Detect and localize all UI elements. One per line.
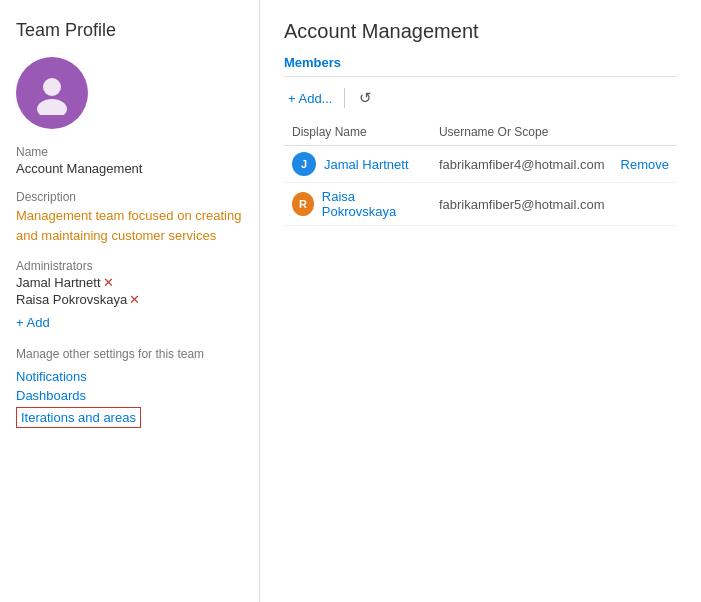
main-content: Account Management Members + Add... ↺ Di… — [260, 0, 701, 602]
member-action-1: Remove — [613, 146, 677, 183]
refresh-icon: ↺ — [359, 89, 372, 107]
toolbar-separator — [344, 88, 345, 108]
col-action — [613, 121, 677, 146]
table-row: J Jamal Hartnett fabrikamfiber4@hotmail.… — [284, 146, 677, 183]
admin-name-2: Raisa Pokrovskaya — [16, 292, 127, 307]
iterations-areas-link[interactable]: Iterations and areas — [16, 407, 141, 428]
remove-admin-2-icon[interactable]: ✕ — [129, 292, 140, 307]
member-name-1[interactable]: Jamal Hartnett — [324, 157, 409, 172]
remove-admin-1-icon[interactable]: ✕ — [103, 275, 114, 290]
member-display-cell-2: R Raisa Pokrovskaya — [284, 183, 431, 226]
dashboards-link[interactable]: Dashboards — [16, 388, 243, 403]
admin-name-1: Jamal Hartnett — [16, 275, 101, 290]
members-divider — [284, 76, 677, 77]
member-display-cell: J Jamal Hartnett — [284, 146, 431, 183]
member-action-2 — [613, 183, 677, 226]
table-row: R Raisa Pokrovskaya fabrikamfiber5@hotma… — [284, 183, 677, 226]
members-header: Members — [284, 55, 677, 70]
add-member-button[interactable]: + Add... — [284, 89, 336, 108]
manage-label: Manage other settings for this team — [16, 346, 243, 363]
sidebar-title: Team Profile — [16, 20, 243, 41]
members-table: Display Name Username Or Scope J Jamal H… — [284, 121, 677, 226]
admin-item: Jamal Hartnett ✕ — [16, 275, 243, 290]
member-email-2: fabrikamfiber5@hotmail.com — [431, 183, 613, 226]
add-member-label: + Add... — [288, 91, 332, 106]
member-display: J Jamal Hartnett — [292, 152, 423, 176]
svg-point-1 — [37, 99, 67, 115]
add-admin-link[interactable]: + Add — [16, 315, 50, 330]
member-name-2[interactable]: Raisa Pokrovskaya — [322, 189, 423, 219]
col-username: Username Or Scope — [431, 121, 613, 146]
description-label: Description — [16, 190, 243, 204]
notifications-link[interactable]: Notifications — [16, 369, 243, 384]
description-text: Management team focused on creating and … — [16, 206, 243, 245]
member-display-2: R Raisa Pokrovskaya — [292, 189, 423, 219]
name-value: Account Management — [16, 161, 243, 176]
member-avatar-1: J — [292, 152, 316, 176]
member-email-1: fabrikamfiber4@hotmail.com — [431, 146, 613, 183]
admin-list: Jamal Hartnett ✕ Raisa Pokrovskaya ✕ — [16, 275, 243, 307]
administrators-label: Administrators — [16, 259, 243, 273]
team-avatar — [16, 57, 88, 129]
refresh-button[interactable]: ↺ — [353, 87, 378, 109]
col-display-name: Display Name — [284, 121, 431, 146]
sidebar: Team Profile Name Account Management Des… — [0, 0, 260, 602]
name-label: Name — [16, 145, 243, 159]
page-title: Account Management — [284, 20, 677, 43]
svg-point-0 — [43, 78, 61, 96]
team-avatar-icon — [30, 71, 74, 115]
admin-item: Raisa Pokrovskaya ✕ — [16, 292, 243, 307]
member-avatar-2: R — [292, 192, 314, 216]
remove-member-1-link[interactable]: Remove — [621, 157, 669, 172]
members-toolbar: + Add... ↺ — [284, 87, 677, 109]
